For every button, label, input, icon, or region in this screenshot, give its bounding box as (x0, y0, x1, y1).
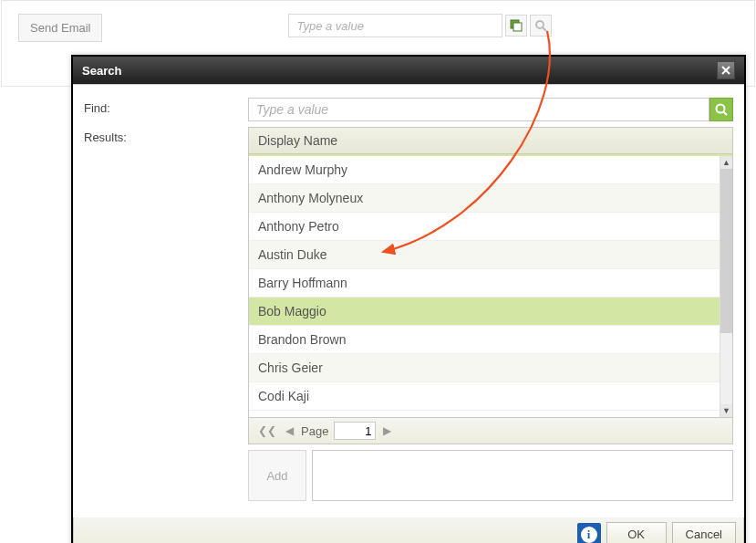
table-row[interactable]: Codi Kaji (249, 382, 720, 411)
selection-box[interactable] (312, 450, 733, 501)
close-icon[interactable] (717, 61, 735, 79)
svg-line-8 (724, 112, 728, 116)
table-row[interactable]: Brandon Brown (249, 326, 720, 354)
next-page-icon[interactable]: ▶ (381, 424, 393, 437)
table-row[interactable]: Anthony Petro (249, 213, 720, 241)
column-header[interactable]: Display Name (249, 128, 732, 154)
find-search-button[interactable] (709, 98, 733, 121)
first-page-icon[interactable]: ❮❮ (256, 424, 278, 437)
scroll-up-icon[interactable]: ▲ (720, 156, 732, 169)
svg-point-7 (717, 105, 725, 113)
table-row[interactable]: Anthony Molyneux (249, 184, 720, 213)
table-row[interactable]: Austin Duke (249, 241, 720, 269)
page-input[interactable] (334, 422, 376, 440)
scrollbar[interactable]: ▲ ▼ (720, 156, 732, 417)
top-value-input[interactable] (288, 14, 502, 37)
info-icon[interactable]: i (577, 523, 601, 544)
top-bar: Send Email (2, 1, 754, 55)
svg-rect-1 (513, 23, 522, 31)
find-input[interactable] (248, 98, 709, 121)
svg-point-2 (536, 21, 544, 28)
send-email-button[interactable]: Send Email (18, 14, 102, 42)
page-label: Page (301, 424, 328, 438)
table-row[interactable]: Bob Maggio (249, 298, 720, 326)
search-dialog: Search Find: Results: Display Name Andre… (71, 55, 746, 543)
table-row[interactable]: Andrew Murphy (249, 156, 720, 184)
ok-button[interactable]: OK (606, 522, 667, 543)
cancel-button[interactable]: Cancel (672, 522, 736, 543)
scroll-down-icon[interactable]: ▼ (720, 404, 732, 417)
svg-line-3 (543, 27, 546, 31)
results-label: Results: (84, 127, 248, 144)
find-label: Find: (84, 98, 248, 115)
table-row[interactable]: Chris Geier (249, 354, 720, 382)
dropdown-icon[interactable] (505, 15, 527, 37)
dialog-title: Search (82, 64, 121, 78)
prev-page-icon[interactable]: ◀ (284, 424, 295, 437)
dialog-footer: i OK Cancel (73, 517, 744, 543)
dialog-title-bar: Search (73, 57, 744, 84)
table-row[interactable]: Barry Hoffmann (249, 269, 720, 298)
search-icon[interactable] (530, 15, 552, 37)
scroll-thumb[interactable] (720, 169, 732, 333)
add-button[interactable]: Add (248, 450, 306, 501)
pager: ❮❮ ◀ Page ▶ (248, 418, 733, 444)
results-grid: Display Name Andrew MurphyAnthony Molyne… (248, 127, 733, 418)
